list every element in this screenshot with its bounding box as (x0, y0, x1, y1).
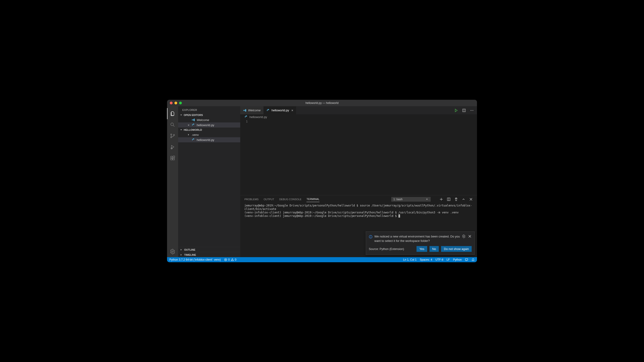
play-bug-icon (170, 144, 175, 150)
text-editor[interactable]: 1 (240, 119, 477, 195)
close-icon (469, 197, 473, 201)
file-name: helloworld.py (197, 138, 214, 142)
panel-tab-debug-console[interactable]: DEBUG CONSOLE (279, 197, 302, 202)
terminal-line: (venv-infoblox-client) jemurray@mbp-2019… (244, 211, 459, 214)
kill-terminal-button[interactable] (454, 197, 458, 201)
activity-search[interactable] (167, 119, 178, 130)
window-close-button[interactable] (170, 102, 172, 104)
vscode-window: helloworld.py — helloworld (167, 100, 477, 262)
editor-tabs: Welcome helloworld.py × (240, 106, 477, 114)
activity-settings[interactable] (167, 246, 178, 257)
split-terminal-button[interactable] (447, 197, 450, 201)
editor-content[interactable] (252, 119, 474, 195)
close-tab-button[interactable]: × (292, 109, 293, 112)
status-language-mode[interactable]: Python (453, 258, 462, 261)
window-minimize-button[interactable] (174, 102, 177, 104)
chevron-right-icon (180, 253, 183, 257)
editor-gutter: 1 (240, 119, 252, 195)
chevron-up-icon (462, 197, 466, 201)
workspace-label: HELLOWORLD (184, 128, 202, 131)
timeline-header[interactable]: TIMELINE (178, 252, 240, 257)
play-icon (454, 109, 458, 112)
minimap[interactable] (474, 119, 477, 195)
panel-tabs: PROBLEMS OUTPUT DEBUG CONSOLE TERMINAL 1… (240, 195, 477, 203)
info-icon (369, 235, 372, 243)
chevron-right-icon (180, 248, 183, 251)
open-editor-label: Welcome (197, 118, 209, 122)
svg-rect-5 (171, 156, 172, 158)
close-panel-button[interactable] (469, 197, 473, 201)
status-python-interpreter[interactable]: Python 3.7.2 64-bit ('infoblox-client': … (169, 258, 221, 261)
files-icon (170, 111, 175, 116)
close-editor-button[interactable]: × (187, 123, 190, 127)
outline-header[interactable]: OUTLINE (178, 247, 240, 252)
terminal-cursor (398, 214, 400, 218)
notification-toast: We noticed a new virtual environment has… (366, 231, 475, 255)
panel-tab-terminal[interactable]: TERMINAL (306, 196, 320, 202)
tab-label: Welcome (248, 109, 260, 112)
activity-source-control[interactable] (167, 130, 178, 141)
notification-settings-button[interactable] (462, 235, 466, 238)
split-editor-button[interactable] (462, 109, 466, 112)
split-icon (462, 109, 466, 112)
split-icon (447, 197, 450, 201)
open-editor-helloworld[interactable]: × helloworld.py (178, 122, 240, 127)
svg-rect-7 (173, 158, 174, 160)
notification-close-button[interactable] (468, 235, 472, 238)
activity-explorer[interactable] (167, 108, 178, 119)
open-editor-welcome[interactable]: Welcome (178, 117, 240, 122)
python-icon (192, 123, 195, 127)
ellipsis-icon (470, 109, 474, 112)
line-number: 1 (240, 119, 248, 124)
status-notifications[interactable] (472, 258, 475, 261)
terminal-selector[interactable]: 1: bash (391, 197, 431, 202)
outline-label: OUTLINE (184, 248, 195, 251)
feedback-icon (465, 258, 468, 261)
folder-name: .venv (192, 133, 199, 137)
window-maximize-button[interactable] (179, 102, 182, 104)
search-icon (170, 122, 175, 127)
run-button[interactable] (454, 109, 458, 112)
status-eol[interactable]: LF (447, 258, 450, 261)
status-encoding[interactable]: UTF-8 (436, 258, 444, 261)
status-problems[interactable]: 0 0 (224, 258, 236, 261)
vscode-icon (192, 118, 195, 122)
terminal-line: jemurray@mbp-2019:~/Google Drive/scripts… (244, 204, 472, 211)
editor-actions (454, 106, 477, 114)
more-actions-button[interactable] (470, 109, 474, 112)
notification-no-button[interactable]: No (430, 246, 439, 252)
svg-point-1 (171, 134, 172, 135)
status-indentation[interactable]: Spaces: 4 (420, 258, 432, 261)
panel-tab-problems[interactable]: PROBLEMS (244, 197, 258, 202)
warning-icon (231, 258, 234, 261)
svg-point-12 (472, 110, 472, 110)
open-editors-header[interactable]: OPEN EDITORS (178, 113, 240, 117)
open-editors-label: OPEN EDITORS (184, 114, 203, 116)
new-terminal-button[interactable] (440, 197, 443, 201)
svg-point-3 (174, 134, 175, 136)
status-feedback[interactable] (465, 258, 468, 261)
svg-point-11 (470, 110, 471, 110)
status-cursor-position[interactable]: Ln 1, Col 1 (403, 258, 416, 261)
maximize-panel-button[interactable] (462, 197, 466, 201)
notification-source: Source: Python (Extension) (369, 247, 414, 251)
activity-run-debug[interactable] (167, 141, 178, 153)
gear-icon (462, 235, 466, 238)
chevron-down-icon (425, 198, 428, 201)
tab-helloworld[interactable]: helloworld.py × (264, 106, 296, 114)
notification-message: We noticed a new virtual environment has… (374, 235, 460, 243)
breadcrumb[interactable]: helloworld.py (240, 114, 477, 119)
notification-yes-button[interactable]: Yes (416, 246, 427, 252)
status-bar: Python 3.7.2 64-bit ('infoblox-client': … (167, 257, 477, 262)
workspace-header[interactable]: HELLOWORLD (178, 127, 240, 132)
python-icon (244, 115, 248, 119)
titlebar[interactable]: helloworld.py — helloworld (167, 100, 477, 106)
panel-tab-output[interactable]: OUTPUT (264, 197, 274, 202)
file-tree-file-helloworld[interactable]: helloworld.py (178, 137, 240, 142)
activity-extensions[interactable] (167, 153, 178, 164)
trash-icon (454, 197, 458, 201)
notification-dont-show-button[interactable]: Do not show again (441, 246, 472, 252)
chevron-down-icon (180, 128, 183, 131)
file-tree-folder-venv[interactable]: .venv (178, 132, 240, 137)
tab-welcome[interactable]: Welcome (240, 106, 264, 114)
